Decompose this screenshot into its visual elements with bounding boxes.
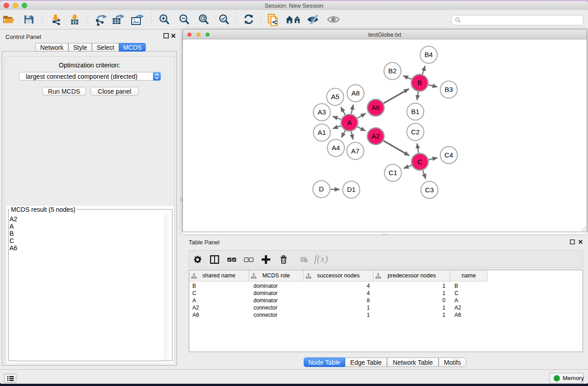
svg-text:C: C — [417, 158, 422, 166]
svg-text:D: D — [319, 185, 324, 193]
svg-text:A6: A6 — [372, 104, 380, 111]
svg-text:A3: A3 — [318, 108, 326, 116]
svg-text:B: B — [417, 79, 422, 86]
svg-text:A: A — [347, 119, 352, 126]
svg-text:C1: C1 — [388, 169, 397, 176]
svg-text:A8: A8 — [351, 89, 359, 97]
svg-text:A5: A5 — [331, 93, 339, 100]
svg-text:A1: A1 — [318, 129, 326, 136]
svg-text:A4: A4 — [332, 144, 340, 152]
svg-text:C4: C4 — [445, 151, 453, 159]
svg-text:B2: B2 — [388, 67, 397, 75]
svg-text:B1: B1 — [411, 108, 419, 115]
svg-text:D1: D1 — [347, 186, 355, 193]
svg-text:A2: A2 — [372, 132, 380, 140]
svg-text:C2: C2 — [411, 128, 420, 136]
svg-text:C3: C3 — [425, 186, 434, 194]
svg-text:B4: B4 — [425, 51, 433, 58]
svg-text:A7: A7 — [351, 147, 359, 155]
svg-text:B3: B3 — [445, 86, 453, 93]
